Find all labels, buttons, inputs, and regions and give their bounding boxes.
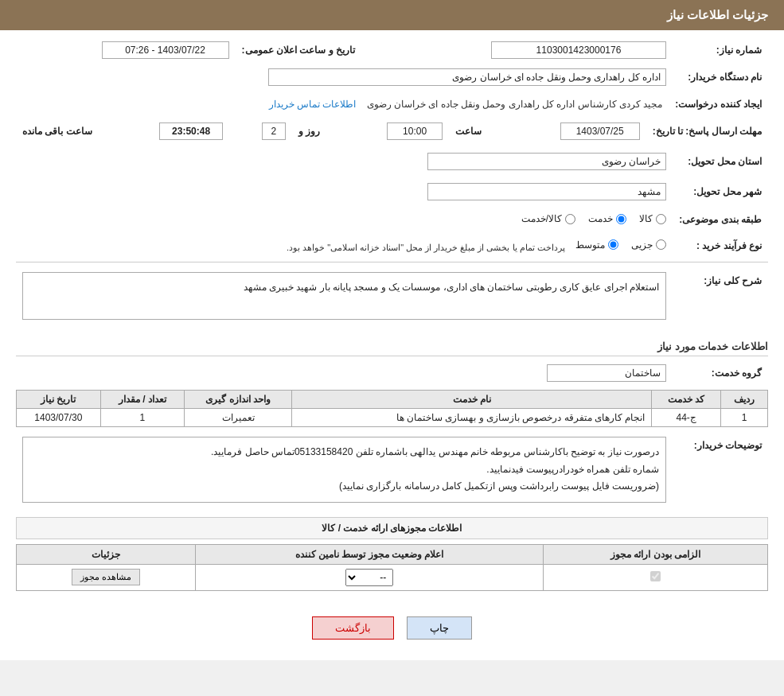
number-value: 1103001423000176 [379, 38, 673, 62]
cell-row: 1 [721, 409, 768, 427]
services-section-header: اطلاعات خدمات مورد نیاز [16, 336, 768, 356]
province-value: خراسان رضوی [16, 150, 673, 173]
remaining-time-label: ساعت باقی مانده [16, 119, 99, 143]
lic-required-cell [544, 564, 768, 590]
table-row: 1 ج-44 انجام کارهای متفرقه درخصوص بازساز… [17, 409, 768, 427]
licenses-section-title: اطلاعات مجوزهای ارائه خدمت / کالا [16, 517, 768, 539]
cell-code: ج-44 [652, 409, 721, 427]
category-label: طبقه بندی موضوعی: [673, 210, 768, 230]
process-options: جزیی متوسط پرداخت تمام یا بخشی از مبلغ خ… [16, 236, 673, 256]
group-value: ساختمان [16, 361, 673, 385]
creator-value: مجید کردی کارشناس اداره کل راهداری وحمل … [16, 95, 669, 113]
cell-date: 1403/07/30 [17, 409, 101, 427]
bottom-buttons: چاپ بازگشت [16, 604, 768, 652]
cell-unit: تعمیرات [185, 409, 292, 427]
deadline-value: 1403/07/25 [488, 119, 646, 143]
col-unit: واحد اندازه گیری [185, 391, 292, 409]
col-name: نام خدمت [292, 391, 652, 409]
needs-description-value: استعلام اجرای عایق کاری رطوبتی ساختمان ه… [16, 269, 673, 329]
buyer-org-value: اداره کل راهداری وحمل ونقل جاده ای خراسا… [16, 65, 673, 89]
col-code: کد خدمت [652, 391, 721, 409]
needs-description-label: شرح کلی نیاز: [673, 269, 768, 329]
city-value: مشهد [16, 180, 673, 204]
group-label: گروه خدمت: [673, 361, 768, 385]
print-button[interactable]: چاپ [407, 616, 472, 640]
category-khedmat-radio[interactable] [616, 214, 626, 224]
number-label: شماره نیاز: [673, 38, 768, 62]
contact-link[interactable]: اطلاعات تماس خریدار [269, 99, 357, 110]
col-qty: تعداد / مقدار [100, 391, 185, 409]
lic-details-cell: مشاهده مجوز [17, 564, 196, 590]
category-kala-khedmat-radio[interactable] [565, 214, 575, 224]
deadline-time-value: 10:00 [332, 119, 449, 143]
back-button[interactable]: بازگشت [312, 616, 394, 640]
category-options: کالا خدمت کالا/خدمت [16, 210, 673, 230]
deadline-label: مهلت ارسال پاسخ: تا تاریخ: [646, 119, 768, 143]
city-label: شهر محل تحویل: [673, 180, 768, 204]
creator-label: ایجاد کننده درخواست: [669, 95, 768, 113]
page-header: جزئیات اطلاعات نیاز [0, 0, 784, 30]
col-row: ردیف [721, 391, 768, 409]
services-table: ردیف کد خدمت نام خدمت واحد اندازه گیری ت… [16, 390, 768, 427]
buyer-org-label: نام دستگاه خریدار: [673, 65, 768, 89]
license-row: -- مشاهده مجوز [17, 564, 768, 590]
announcement-date: 1403/07/22 - 07:26 [16, 38, 236, 62]
buyer-notes-value: درصورت نیاز به توضیح باکارشناس مربوطه خا… [16, 434, 673, 511]
announcement-label: تاریخ و ساعت اعلان عمومی: [236, 38, 379, 62]
lic-col-required: الزامی بودن ارائه مجوز [544, 544, 768, 564]
lic-col-details: جزئیات [17, 544, 196, 564]
cell-name: انجام کارهای متفرقه درخصوص بازسازی و بهس… [292, 409, 652, 427]
view-license-button[interactable]: مشاهده مجوز [72, 569, 140, 585]
lic-status-cell[interactable]: -- [196, 564, 544, 590]
remaining-days-label: روز و [292, 119, 332, 143]
remaining-time-value: 23:50:48 [99, 119, 229, 143]
deadline-time-label: ساعت [449, 119, 488, 143]
col-date: تاریخ نیاز [17, 391, 101, 409]
lic-required-checkbox [650, 571, 661, 581]
province-label: استان محل تحویل: [673, 150, 768, 173]
lic-status-select[interactable]: -- [345, 569, 393, 586]
buyer-notes-label: توضیحات خریدار: [673, 434, 768, 511]
cell-qty: 1 [100, 409, 185, 427]
process-mutavasset-radio[interactable] [608, 239, 618, 250]
remaining-days-value: 2 [229, 119, 292, 143]
category-kala-radio[interactable] [656, 214, 666, 224]
process-label: نوع فرآیند خرید : [673, 236, 768, 256]
lic-col-status: اعلام وضعیت مجوز توسط نامین کننده [196, 544, 544, 564]
process-note: پرداخت تمام یا بخشی از مبلغ خریدار از مح… [287, 242, 565, 251]
process-jozi-radio[interactable] [656, 239, 666, 250]
page-title: جزئیات اطلاعات نیاز [667, 8, 768, 21]
license-table: الزامی بودن ارائه مجوز اعلام وضعیت مجوز … [16, 544, 768, 591]
